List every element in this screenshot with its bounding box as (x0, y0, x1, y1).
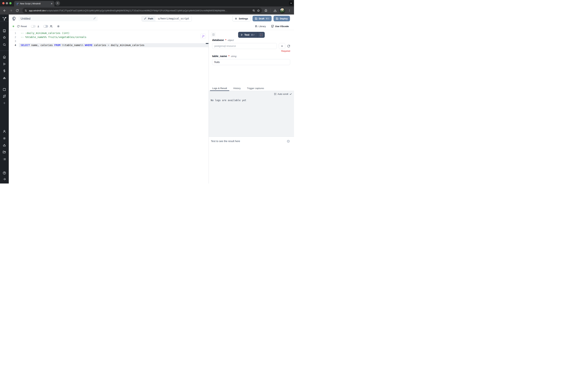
help-circle-icon (3, 171, 6, 175)
sidebar-item-search[interactable] (3, 43, 6, 46)
code-editor[interactable]: 1-- :daily_minimum_calories (int)2-- %%t… (9, 30, 209, 184)
chevron-down-icon (290, 2, 292, 4)
bookmark-star-icon[interactable] (257, 9, 260, 12)
sidebar-item-workspace[interactable] (3, 29, 6, 33)
sidebar-item-triggers[interactable] (3, 95, 6, 98)
sidebar-item-folders[interactable] (3, 151, 6, 154)
line-number: 3 (9, 39, 19, 43)
github-icon (271, 25, 274, 28)
capture-button[interactable] (257, 32, 265, 38)
vscode-button[interactable]: Use VScode (271, 25, 289, 28)
status-dot (13, 25, 14, 27)
sidebar-item-runs[interactable] (3, 62, 6, 66)
sidebar-item-favorites[interactable] (3, 36, 6, 39)
sidebar-item-schedules[interactable] (3, 88, 6, 91)
collapse-panel-button[interactable] (211, 32, 216, 37)
zoom-icon[interactable] (252, 9, 255, 12)
code-line[interactable]: 4SELECT name, calories FROM %%table_name… (9, 43, 209, 47)
download-icon[interactable] (273, 8, 277, 13)
sidebar-item-create[interactable] (3, 102, 6, 105)
settings-button[interactable]: Settings (232, 16, 251, 21)
autoscroll-label[interactable]: Auto scroll (277, 93, 288, 95)
star-icon (3, 36, 6, 39)
script-header: Path u/henri/magical_script Settings Dra… (9, 15, 294, 23)
magic-wand-icon (202, 35, 205, 38)
tab-trigger-captures[interactable]: Trigger captures (245, 86, 266, 91)
database-resource-input[interactable] (212, 43, 277, 49)
sidebar-item-home[interactable] (3, 55, 6, 59)
editor-settings-icon[interactable] (57, 25, 60, 28)
tab-strip-chevron-button[interactable] (289, 1, 293, 5)
preview-panel: Test ⌘↵ database* object Required (209, 30, 294, 184)
panel-right-icon (212, 33, 215, 36)
code-line[interactable]: 2-- %%table_name%% fruits/vegetables/cer… (9, 35, 209, 39)
gear-icon (235, 17, 237, 20)
users-icon[interactable] (50, 25, 53, 28)
sidebar-item-variables[interactable] (3, 69, 6, 73)
sidebar-item-workers[interactable] (3, 144, 6, 147)
result-placeholder-text: Test to see the result here (211, 140, 240, 142)
code-line[interactable]: 3 (9, 39, 209, 43)
deploy-button[interactable]: Deploy (274, 16, 290, 21)
capture-icon (260, 33, 263, 36)
sidebar-item-expand[interactable] (3, 177, 6, 181)
check-icon[interactable] (289, 93, 292, 95)
traffic-light-close[interactable] (2, 2, 5, 4)
code-line[interactable]: 1-- :daily_minimum_calories (int) (9, 31, 209, 35)
line-number: 1 (9, 31, 19, 35)
folder-open-icon (3, 151, 6, 154)
refresh-resources-button[interactable] (287, 45, 290, 48)
code-text (19, 39, 209, 43)
sidebar-divider (0, 50, 9, 51)
ai-wand-button[interactable] (200, 33, 206, 39)
windmill-logo[interactable] (2, 16, 7, 20)
traffic-light-zoom[interactable] (9, 2, 12, 4)
sidebar-item-settings[interactable] (3, 137, 6, 140)
app-main: Path u/henri/magical_script Settings Dra… (9, 15, 294, 184)
tab-logs-result[interactable]: Logs & Result (210, 86, 229, 91)
extensions-icon[interactable] (263, 8, 268, 13)
url-bar[interactable]: app.windmill.dev/scripts/add#JTdCJTIyaGF… (22, 8, 262, 13)
script-name-input[interactable] (18, 16, 98, 21)
path-badge[interactable]: Path u/henri/magical_script (142, 16, 192, 22)
play-icon (240, 33, 243, 36)
plus-icon (3, 102, 6, 105)
table-name-input[interactable] (212, 59, 290, 65)
back-button[interactable] (2, 8, 7, 13)
script-name-field (18, 16, 98, 21)
required-asterisk: * (228, 55, 229, 58)
panel-tabs: Logs & Result History Trigger captures (209, 86, 294, 91)
user-icon (3, 130, 6, 133)
new-tab-button[interactable]: + (55, 1, 60, 6)
logs-panel: Auto scroll No logs are available yet (209, 91, 294, 136)
browser-menu-icon[interactable] (287, 8, 292, 13)
reset-button[interactable]: Reset (17, 25, 27, 28)
multiplayer-toggle[interactable] (43, 25, 48, 28)
forward-button[interactable] (8, 8, 13, 13)
plus-minus-icon[interactable]: ± (37, 25, 39, 28)
scrollbar-thumb[interactable] (206, 43, 209, 44)
reload-button[interactable] (15, 8, 20, 13)
site-settings-icon[interactable] (25, 9, 27, 12)
tab-title: New Script | Windmill (20, 2, 49, 5)
library-button[interactable]: Library (255, 25, 266, 28)
tab-history[interactable]: History (231, 86, 243, 91)
field-name-table-name: table_name (212, 55, 227, 58)
info-icon[interactable] (287, 140, 290, 143)
sidebar-item-resources[interactable] (3, 76, 6, 80)
diff-toggle[interactable] (31, 25, 36, 28)
tab-close-icon[interactable]: ✕ (50, 2, 53, 5)
browser-tab[interactable]: New Script | Windmill ✕ (14, 1, 54, 7)
test-button[interactable]: Test ⌘↵ (238, 32, 257, 38)
browser-toolbar: app.windmill.dev/scripts/add#JTdCJTIyaGF… (0, 7, 294, 15)
add-resource-button[interactable] (279, 43, 285, 49)
cubes-icon (3, 76, 6, 80)
profile-avatar[interactable] (280, 8, 285, 13)
sidebar-item-logs[interactable] (3, 158, 6, 161)
sidebar-item-users[interactable] (3, 130, 6, 133)
pencil-icon[interactable] (93, 17, 96, 20)
expand-logs-icon[interactable] (274, 93, 276, 95)
draft-button[interactable]: Draft ⌘S (252, 16, 272, 21)
sidebar-item-help[interactable] (3, 171, 6, 175)
traffic-light-minimize[interactable] (6, 2, 8, 4)
